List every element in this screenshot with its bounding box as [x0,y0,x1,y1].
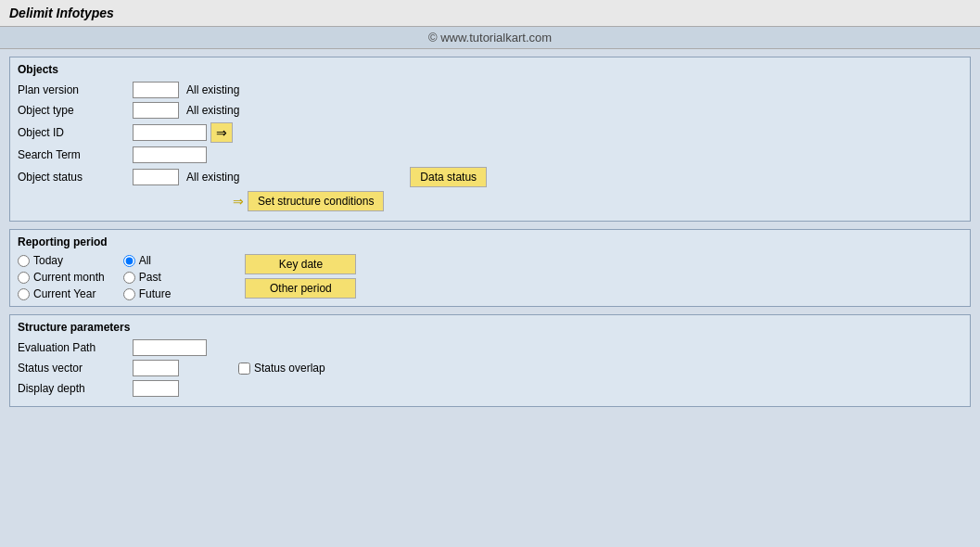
past-label: Past [139,271,161,284]
plan-version-row: Plan version All existing [18,82,962,98]
past-radio[interactable] [123,272,135,284]
evaluation-path-label: Evaluation Path [18,341,129,354]
set-structure-button[interactable]: Set structure conditions [248,191,384,211]
object-id-label: Object ID [18,126,129,139]
object-type-label: Object type [18,104,129,117]
reporting-period-section: Reporting period Today Current month Cur… [9,229,971,307]
search-term-input[interactable] [133,146,207,163]
watermark-text: © www.tutorialkart.com [428,31,552,45]
future-radio-row: Future [123,287,172,300]
objects-section: Objects Plan version All existing Object… [9,57,971,222]
structure-params-title: Structure parameters [18,321,962,334]
title-bar: Delimit Infotypes [0,0,980,27]
object-type-all-existing: All existing [186,104,239,117]
set-structure-row: ⇒ Set structure conditions [18,191,962,211]
key-date-button[interactable]: Key date [245,254,356,274]
current-month-radio[interactable] [18,272,30,284]
period-right-col: All Past Future [123,254,172,300]
object-type-row: Object type All existing [18,102,962,119]
watermark-bar: © www.tutorialkart.com [0,27,980,49]
search-term-row: Search Term [18,146,962,163]
status-overlap-checkbox[interactable] [238,363,250,375]
status-overlap-label: Status overlap [254,362,325,375]
period-buttons-col: Key date Other period [245,254,356,299]
past-radio-row: Past [123,271,172,284]
page-title: Delimit Infotypes [9,6,114,20]
today-radio[interactable] [18,255,30,267]
period-left-col: Today Current month Current Year [18,254,105,300]
object-id-input[interactable] [133,124,207,141]
display-depth-row: Display depth [18,380,962,397]
structure-params-section: Structure parameters Evaluation Path Sta… [9,314,971,407]
plan-version-input[interactable] [133,82,179,98]
status-vector-row: Status vector Status overlap [18,360,962,376]
status-vector-input[interactable] [133,360,179,376]
current-year-radio[interactable] [18,288,30,300]
future-label: Future [139,287,172,300]
today-radio-row: Today [18,254,105,267]
all-label: All [139,254,151,267]
object-status-label: Object status [18,171,129,184]
object-type-input[interactable] [133,102,179,119]
set-structure-arrow-icon: ⇒ [233,194,244,209]
display-depth-input[interactable] [133,380,179,397]
current-year-label: Current Year [33,287,95,300]
status-vector-label: Status vector [18,362,129,375]
today-label: Today [33,254,63,267]
object-status-all-existing: All existing [186,171,239,184]
object-id-row: Object ID ⇒ [18,122,962,143]
current-month-radio-row: Current month [18,271,105,284]
objects-section-title: Objects [18,63,962,76]
current-month-label: Current month [33,271,105,284]
all-radio[interactable] [123,255,135,267]
all-radio-row: All [123,254,172,267]
plan-version-label: Plan version [18,83,129,96]
other-period-button[interactable]: Other period [245,278,356,299]
reporting-period-title: Reporting period [18,235,962,248]
search-term-label: Search Term [18,148,129,161]
object-status-input[interactable] [133,169,179,185]
display-depth-label: Display depth [18,382,129,395]
plan-version-all-existing: All existing [186,83,239,96]
object-id-arrow-button[interactable]: ⇒ [210,122,233,143]
evaluation-path-row: Evaluation Path [18,339,962,356]
data-status-button[interactable]: Data status [410,167,487,187]
reporting-period-content: Today Current month Current Year All [18,254,962,300]
main-content: Objects Plan version All existing Object… [0,49,980,545]
object-status-row: Object status All existing Data status [18,167,962,187]
current-year-radio-row: Current Year [18,287,105,300]
future-radio[interactable] [123,288,135,300]
evaluation-path-input[interactable] [133,339,207,356]
